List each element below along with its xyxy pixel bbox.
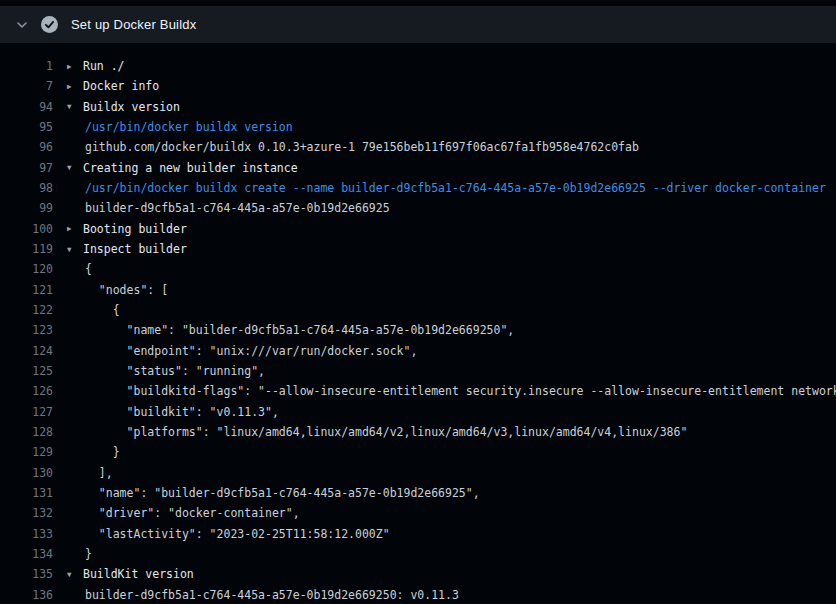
log-group-row[interactable]: 135▼BuildKit version — [0, 564, 836, 584]
output-text: builder-d9cfb5a1-c764-445a-a57e-0b19d2e6… — [83, 588, 459, 602]
group-title: Creating a new builder instance — [83, 161, 298, 175]
line-number: 98 — [0, 181, 53, 195]
log-group-row[interactable]: 97▼Creating a new builder instance — [0, 158, 836, 178]
triangle-right-icon[interactable]: ▶ — [66, 224, 83, 233]
step-header[interactable]: Set up Docker Buildx — [0, 6, 836, 43]
triangle-down-icon[interactable]: ▼ — [66, 570, 83, 579]
chevron-down-icon[interactable] — [16, 19, 28, 31]
line-number: 136 — [0, 588, 53, 602]
line-number: 7 — [0, 79, 53, 93]
log-row[interactable]: 122 { — [0, 300, 836, 320]
output-text: "driver": "docker-container", — [83, 506, 300, 520]
log-group-row[interactable]: 100▶Booting builder — [0, 219, 836, 239]
command-text: /usr/bin/docker buildx create --name bui… — [83, 181, 826, 195]
log-row[interactable]: 132 "driver": "docker-container", — [0, 503, 836, 523]
line-number: 131 — [0, 486, 53, 500]
output-text: "buildkit": "v0.11.3", — [83, 405, 279, 419]
line-number: 129 — [0, 445, 53, 459]
group-title: BuildKit version — [83, 567, 194, 581]
line-number: 127 — [0, 405, 53, 419]
check-circle-icon — [41, 16, 58, 33]
line-number: 134 — [0, 547, 53, 561]
log-row[interactable]: 121 "nodes": [ — [0, 280, 836, 300]
line-number: 133 — [0, 527, 53, 541]
triangle-right-icon[interactable]: ▶ — [66, 62, 83, 71]
line-number: 1 — [0, 59, 53, 73]
line-number: 125 — [0, 364, 53, 378]
line-number: 120 — [0, 262, 53, 276]
output-text: "name": "builder-d9cfb5a1-c764-445a-a57e… — [83, 323, 514, 337]
log-row[interactable]: 99builder-d9cfb5a1-c764-445a-a57e-0b19d2… — [0, 198, 836, 218]
log-row[interactable]: 134} — [0, 544, 836, 564]
log-row[interactable]: 120{ — [0, 259, 836, 279]
line-number: 130 — [0, 466, 53, 480]
log-group-row[interactable]: 1▶Run ./ — [0, 56, 836, 76]
output-text: github.com/docker/buildx 0.10.3+azure-1 … — [83, 140, 639, 154]
log-group-row[interactable]: 94▼Buildx version — [0, 97, 836, 117]
log-console: Set up Docker Buildx 1▶Run ./7▶Docker in… — [0, 6, 836, 604]
log-lines: 1▶Run ./7▶Docker info94▼Buildx version95… — [0, 43, 836, 604]
group-title: Run ./ — [83, 59, 125, 73]
log-row[interactable]: 98/usr/bin/docker buildx create --name b… — [0, 178, 836, 198]
group-title: Inspect builder — [83, 242, 187, 256]
log-row[interactable]: 136builder-d9cfb5a1-c764-445a-a57e-0b19d… — [0, 585, 836, 604]
log-row[interactable]: 123 "name": "builder-d9cfb5a1-c764-445a-… — [0, 320, 836, 340]
log-row[interactable]: 130 ], — [0, 463, 836, 483]
triangle-down-icon[interactable]: ▼ — [66, 102, 83, 111]
output-text: "lastActivity": "2023-02-25T11:58:12.000… — [83, 527, 390, 541]
log-row[interactable]: 124 "endpoint": "unix:///var/run/docker.… — [0, 341, 836, 361]
output-text: "buildkitd-flags": "--allow-insecure-ent… — [83, 384, 836, 398]
line-number: 135 — [0, 567, 53, 581]
log-row[interactable]: 126 "buildkitd-flags": "--allow-insecure… — [0, 381, 836, 401]
log-group-row[interactable]: 7▶Docker info — [0, 76, 836, 96]
line-number: 132 — [0, 506, 53, 520]
triangle-down-icon[interactable]: ▼ — [66, 163, 83, 172]
line-number: 123 — [0, 323, 53, 337]
triangle-right-icon[interactable]: ▶ — [66, 82, 83, 91]
log-row[interactable]: 129 } — [0, 442, 836, 462]
log-row[interactable]: 95/usr/bin/docker buildx version — [0, 117, 836, 137]
group-title: Docker info — [83, 79, 159, 93]
line-number: 94 — [0, 100, 53, 114]
line-number: 122 — [0, 303, 53, 317]
output-text: "status": "running", — [83, 364, 265, 378]
command-text: /usr/bin/docker buildx version — [83, 120, 293, 134]
line-number: 95 — [0, 120, 53, 134]
line-number: 99 — [0, 201, 53, 215]
output-text: "nodes": [ — [83, 283, 168, 297]
line-number: 119 — [0, 242, 53, 256]
line-number: 100 — [0, 222, 53, 236]
log-row[interactable]: 125 "status": "running", — [0, 361, 836, 381]
line-number: 124 — [0, 344, 53, 358]
output-text: "name": "builder-d9cfb5a1-c764-445a-a57e… — [83, 486, 480, 500]
log-row[interactable]: 96github.com/docker/buildx 0.10.3+azure-… — [0, 137, 836, 157]
group-title: Booting builder — [83, 222, 187, 236]
line-number: 126 — [0, 384, 53, 398]
line-number: 96 — [0, 140, 53, 154]
log-group-row[interactable]: 119▼Inspect builder — [0, 239, 836, 259]
line-number: 97 — [0, 161, 53, 175]
log-row[interactable]: 128 "platforms": "linux/amd64,linux/amd6… — [0, 422, 836, 442]
output-text: builder-d9cfb5a1-c764-445a-a57e-0b19d2e6… — [83, 201, 390, 215]
line-number: 121 — [0, 283, 53, 297]
output-text: "platforms": "linux/amd64,linux/amd64/v2… — [83, 425, 687, 439]
output-text: "endpoint": "unix:///var/run/docker.sock… — [83, 344, 417, 358]
output-text: ], — [83, 466, 113, 480]
step-title: Set up Docker Buildx — [71, 17, 196, 32]
triangle-down-icon[interactable]: ▼ — [66, 245, 83, 254]
log-row[interactable]: 127 "buildkit": "v0.11.3", — [0, 402, 836, 422]
log-row[interactable]: 131 "name": "builder-d9cfb5a1-c764-445a-… — [0, 483, 836, 503]
group-title: Buildx version — [83, 100, 180, 114]
line-number: 128 — [0, 425, 53, 439]
output-text: } — [83, 547, 92, 561]
output-text: { — [83, 303, 120, 317]
log-row[interactable]: 133 "lastActivity": "2023-02-25T11:58:12… — [0, 524, 836, 544]
output-text: { — [83, 262, 92, 276]
output-text: } — [83, 445, 120, 459]
